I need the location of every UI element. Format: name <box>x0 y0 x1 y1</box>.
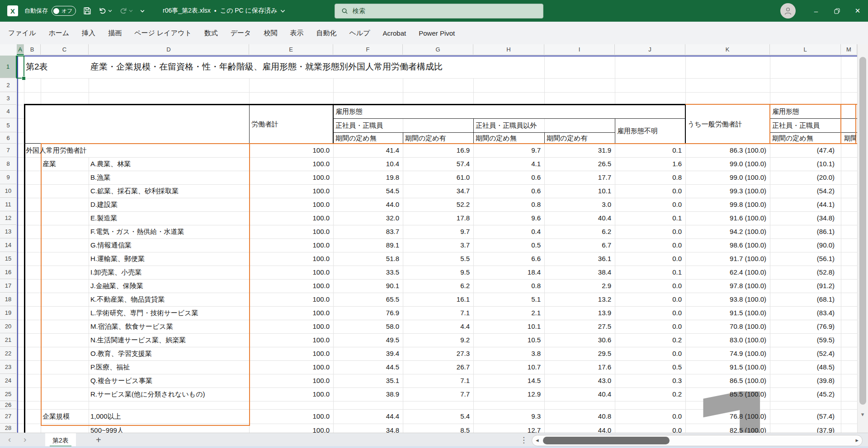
cell-D22[interactable]: O.教育、学習支援業 <box>90 347 152 360</box>
cell-K23[interactable]: 91.5 (100.0) <box>685 360 766 374</box>
cell-I7[interactable]: 31.9 <box>544 144 611 157</box>
cell-F23[interactable]: 44.5 <box>333 360 399 374</box>
cell-E11[interactable]: 100.0 <box>249 198 330 211</box>
cell-F28[interactable]: 34.8 <box>333 424 399 433</box>
cell-I28[interactable]: 44.0 <box>544 424 611 433</box>
sheet-options-kebab-icon[interactable]: ⋮ <box>520 435 528 445</box>
cell-I24[interactable]: 43.0 <box>544 374 611 387</box>
cell-D15[interactable]: H.運輸業、郵便業 <box>90 252 145 266</box>
cell-H28[interactable]: 12.7 <box>473 424 541 433</box>
cell-F12[interactable]: 32.0 <box>333 211 399 225</box>
cell-H12[interactable]: 9.6 <box>473 211 541 225</box>
sheet-nav-prev-icon[interactable]: ‹ <box>8 434 11 444</box>
cell-I13[interactable]: 6.2 <box>544 225 611 238</box>
cell-H10[interactable]: 0.6 <box>473 184 541 198</box>
cell-J23[interactable]: 0.5 <box>615 360 682 374</box>
undo-button[interactable] <box>99 7 112 15</box>
cell-I21[interactable]: 30.6 <box>544 333 611 347</box>
cell-G10[interactable]: 34.7 <box>403 184 470 198</box>
row-header-22[interactable]: 22 <box>0 347 17 360</box>
row-header-11[interactable]: 11 <box>0 198 17 211</box>
redo-button[interactable] <box>119 7 133 15</box>
column-header-E[interactable]: E <box>249 44 333 55</box>
cell-E19[interactable]: 100.0 <box>249 306 330 320</box>
row-header-27[interactable]: 27 <box>0 409 17 424</box>
cell-K25[interactable]: 85.5 (100.0) <box>685 387 766 401</box>
cell-F15[interactable]: 51.8 <box>333 252 399 266</box>
cell-F11[interactable]: 44.0 <box>333 198 399 211</box>
cell-L18[interactable]: (68.1) <box>770 293 835 306</box>
cell-I18[interactable]: 13.2 <box>544 293 611 306</box>
cell-K7[interactable]: 86.3 (100.0) <box>685 144 766 157</box>
restore-button[interactable] <box>826 0 847 22</box>
cell-G28[interactable]: 8.5 <box>403 424 470 433</box>
cell-J19[interactable]: 0.0 <box>615 306 682 320</box>
header-worker-total[interactable]: 労働者計 <box>249 105 333 144</box>
cell-K18[interactable]: 93.8 (100.0) <box>685 293 766 306</box>
column-header-D[interactable]: D <box>89 44 249 55</box>
cell-K11[interactable]: 99.8 (100.0) <box>685 198 766 211</box>
cell-G7[interactable]: 16.9 <box>403 144 470 157</box>
cell-E15[interactable]: 100.0 <box>249 252 330 266</box>
cell-I10[interactable]: 10.1 <box>544 184 611 198</box>
cell-D8[interactable]: A.農業、林業 <box>90 157 131 171</box>
cell-E18[interactable]: 100.0 <box>249 293 330 306</box>
row-header-24[interactable]: 24 <box>0 374 17 387</box>
cell-I8[interactable]: 26.5 <box>544 157 611 171</box>
cell-F25[interactable]: 38.9 <box>333 387 399 401</box>
ribbon-tab-automate[interactable]: 自動化 <box>310 22 343 44</box>
cell-K8[interactable]: 99.0 (100.0) <box>685 157 766 171</box>
cell-G9[interactable]: 61.0 <box>403 171 470 184</box>
cell-L20[interactable]: (76.9) <box>770 320 835 333</box>
cell-H7[interactable]: 9.7 <box>473 144 541 157</box>
redo-chevron-icon[interactable] <box>129 9 133 13</box>
cell-K21[interactable]: 83.0 (100.0) <box>685 333 766 347</box>
excel-logo-icon[interactable]: X <box>7 5 18 16</box>
cell-E21[interactable]: 100.0 <box>249 333 330 347</box>
cell-D21[interactable]: N.生活関連サービス業、娯楽業 <box>90 333 186 347</box>
cell-F7[interactable]: 41.4 <box>333 144 399 157</box>
cell-E7[interactable]: 100.0 <box>249 144 330 157</box>
cell-L9[interactable]: (20.0) <box>770 171 835 184</box>
cell-D17[interactable]: J.金融業、保険業 <box>90 279 143 293</box>
cell-E13[interactable]: 100.0 <box>249 225 330 238</box>
cell-I25[interactable]: 40.4 <box>544 387 611 401</box>
ribbon-tab-formulas[interactable]: 数式 <box>198 22 224 44</box>
cell-K17[interactable]: 97.8 (100.0) <box>685 279 766 293</box>
cell-K22[interactable]: 74.9 (100.0) <box>685 347 766 360</box>
cell-I11[interactable]: 3.0 <box>544 198 611 211</box>
customize-quick-access-button[interactable] <box>140 9 145 13</box>
cell-I27[interactable]: 40.8 <box>544 409 611 424</box>
header-no-term-h[interactable]: 期間の定め無 <box>473 132 544 144</box>
cell-I22[interactable]: 29.5 <box>544 347 611 360</box>
scroll-down-arrow-icon[interactable]: ▾ <box>858 411 868 418</box>
cell-H13[interactable]: 0.4 <box>473 225 541 238</box>
cell-I17[interactable]: 2.9 <box>544 279 611 293</box>
header-employment-type2[interactable]: 雇用形態 <box>770 105 856 118</box>
cell-K13[interactable]: 94.2 (100.0) <box>685 225 766 238</box>
cell-K16[interactable]: 62.4 (100.0) <box>685 266 766 279</box>
cell-I20[interactable]: 27.5 <box>544 320 611 333</box>
cell-J9[interactable]: 0.8 <box>615 171 682 184</box>
cell-L24[interactable]: (39.8) <box>770 374 835 387</box>
cell-D19[interactable]: L.学術研究、専門・技術サービス業 <box>90 306 198 320</box>
ribbon-tab-power-pivot[interactable]: Power Pivot <box>412 22 461 44</box>
header-employment-type[interactable]: 雇用形態 <box>333 105 469 118</box>
cell-H24[interactable]: 14.5 <box>473 374 541 387</box>
cell-G22[interactable]: 27.3 <box>403 347 470 360</box>
cell-G24[interactable]: 7.1 <box>403 374 470 387</box>
row-header-5[interactable]: 5 <box>0 118 17 132</box>
cell-L25[interactable]: (45.2) <box>770 387 835 401</box>
row-header-2[interactable]: 2 <box>0 78 17 92</box>
cell-D9[interactable]: B.漁業 <box>90 171 110 184</box>
cell-H9[interactable]: 0.6 <box>473 171 541 184</box>
column-header-F[interactable]: F <box>333 44 403 55</box>
scroll-left-arrow-icon[interactable]: ◂ <box>536 437 539 443</box>
cell-D23[interactable]: P.医療、福祉 <box>90 360 130 374</box>
header-partial-m[interactable]: 期間 <box>842 132 856 144</box>
cell-E20[interactable]: 100.0 <box>249 320 330 333</box>
column-header-G[interactable]: G <box>403 44 473 55</box>
cell-L28[interactable]: (37.9) <box>770 424 835 433</box>
header-regular2[interactable]: 正社員・正職員 <box>770 118 856 132</box>
header-fixed-term-g[interactable]: 期間の定め有 <box>403 132 473 144</box>
